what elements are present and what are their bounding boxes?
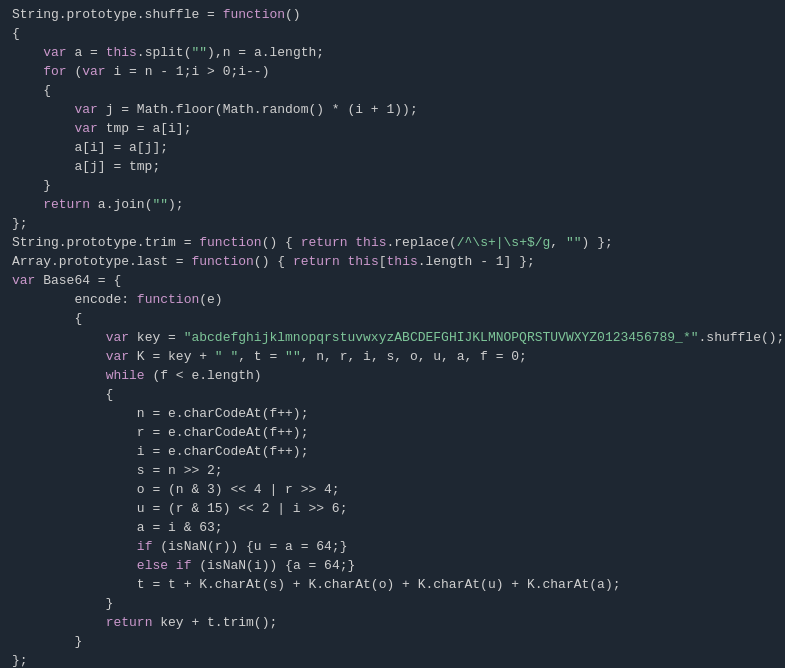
code-token: {: [12, 311, 82, 326]
code-line: t = t + K.charAt(s) + K.charAt(o) + K.ch…: [0, 576, 785, 595]
code-token: a[i] = a[j];: [12, 140, 168, 155]
code-line: s = n >> 2;: [0, 462, 785, 481]
code-token: [12, 349, 106, 364]
code-line: }: [0, 633, 785, 652]
code-token: return: [293, 254, 340, 269]
code-token: a =: [67, 45, 106, 60]
code-token: (e): [199, 292, 222, 307]
code-token: [12, 197, 43, 212]
code-line: else if (isNaN(i)) {a = 64;}: [0, 557, 785, 576]
code-token: [12, 558, 137, 573]
code-line: u = (r & 15) << 2 | i >> 6;: [0, 500, 785, 519]
code-token: [12, 615, 106, 630]
code-token: else: [137, 558, 168, 573]
code-token: a.join(: [90, 197, 152, 212]
code-line: r = e.charCodeAt(f++);: [0, 424, 785, 443]
code-token: "": [566, 235, 582, 250]
code-line: var Base64 = {: [0, 272, 785, 291]
code-token: .length - 1] };: [418, 254, 535, 269]
code-token: {: [12, 387, 113, 402]
code-token: (: [67, 64, 83, 79]
code-line: a[i] = a[j];: [0, 139, 785, 158]
code-token: var: [106, 349, 129, 364]
code-line: n = e.charCodeAt(f++);: [0, 405, 785, 424]
code-token: "": [191, 45, 207, 60]
code-line: {: [0, 310, 785, 329]
code-token: "abcdefghijklmnopqrstuvwxyzABCDEFGHIJKLM…: [184, 330, 699, 345]
code-token: encode:: [12, 292, 137, 307]
code-token: .split(: [137, 45, 192, 60]
code-token: String.prototype.shuffle =: [12, 7, 223, 22]
code-token: return: [301, 235, 348, 250]
code-line: String.prototype.shuffle = function(): [0, 6, 785, 25]
code-line: encode: function(e): [0, 291, 785, 310]
code-token: this: [355, 235, 386, 250]
code-token: () {: [262, 235, 301, 250]
code-token: key =: [129, 330, 184, 345]
code-token: }: [12, 596, 113, 611]
code-token: ) };: [582, 235, 613, 250]
code-token: [12, 330, 106, 345]
code-line: }: [0, 177, 785, 196]
code-token: i = n - 1;i > 0;i--): [106, 64, 270, 79]
code-token: function: [199, 235, 261, 250]
code-token: this: [348, 254, 379, 269]
code-token: a = i & 63;: [12, 520, 223, 535]
code-token: u = (r & 15) << 2 | i >> 6;: [12, 501, 347, 516]
code-token: String.prototype.trim =: [12, 235, 199, 250]
code-token: [12, 64, 43, 79]
code-line: };: [0, 652, 785, 668]
code-token: [12, 368, 106, 383]
code-line: var j = Math.floor(Math.random() * (i + …: [0, 101, 785, 120]
code-token: var: [74, 121, 97, 136]
code-token: var: [82, 64, 105, 79]
code-line: String.prototype.trim = function() { ret…: [0, 234, 785, 253]
code-token: var: [106, 330, 129, 345]
code-token: };: [12, 653, 28, 668]
code-token: "": [285, 349, 301, 364]
code-token: [12, 45, 43, 60]
code-token: [168, 558, 176, 573]
code-line: var tmp = a[i];: [0, 120, 785, 139]
code-token: a[j] = tmp;: [12, 159, 160, 174]
code-token: [12, 539, 137, 554]
code-token: [: [379, 254, 387, 269]
code-token: (isNaN(i)) {a = 64;}: [191, 558, 355, 573]
code-token: }: [12, 634, 82, 649]
code-token: function: [137, 292, 199, 307]
code-line: i = e.charCodeAt(f++);: [0, 443, 785, 462]
code-line: if (isNaN(r)) {u = a = 64;}: [0, 538, 785, 557]
code-token: [12, 121, 74, 136]
code-token: this: [106, 45, 137, 60]
code-line: };: [0, 215, 785, 234]
code-token: n = e.charCodeAt(f++);: [12, 406, 308, 421]
code-token: if: [176, 558, 192, 573]
code-token: j = Math.floor(Math.random() * (i + 1));: [98, 102, 418, 117]
code-line: {: [0, 25, 785, 44]
code-line: a[j] = tmp;: [0, 158, 785, 177]
code-token: tmp = a[i];: [98, 121, 192, 136]
code-token: (): [285, 7, 301, 22]
code-token: o = (n & 3) << 4 | r >> 4;: [12, 482, 340, 497]
code-line: return key + t.trim();: [0, 614, 785, 633]
code-line: while (f < e.length): [0, 367, 785, 386]
code-token: function: [191, 254, 253, 269]
code-token: "": [152, 197, 168, 212]
code-token: [12, 102, 74, 117]
code-line: {: [0, 82, 785, 101]
code-token: " ": [215, 349, 238, 364]
code-token: return: [106, 615, 153, 630]
code-editor: String.prototype.shuffle = function(){ v…: [0, 0, 785, 668]
code-token: .replace(: [387, 235, 457, 250]
code-token: , t =: [238, 349, 285, 364]
code-token: key + t.trim();: [152, 615, 277, 630]
code-token: };: [12, 216, 28, 231]
code-token: K = key +: [129, 349, 215, 364]
code-token: {: [12, 26, 20, 41]
code-token: .shuffle();: [699, 330, 785, 345]
code-line: Array.prototype.last = function() { retu…: [0, 253, 785, 272]
code-line: var a = this.split(""),n = a.length;: [0, 44, 785, 63]
code-token: ,: [550, 235, 566, 250]
code-token: () {: [254, 254, 293, 269]
code-line: var K = key + " ", t = "", n, r, i, s, o…: [0, 348, 785, 367]
